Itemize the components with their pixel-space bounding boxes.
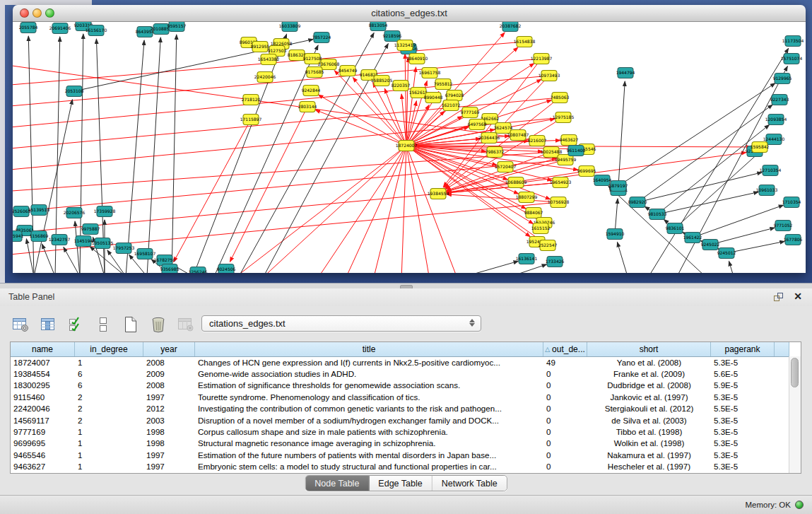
graph-node[interactable]: 12710354 — [760, 165, 782, 176]
graph-node[interactable]: 9245012 — [717, 248, 736, 259]
graph-edge[interactable] — [407, 150, 430, 273]
graph-node[interactable]: 10807487 — [507, 130, 529, 141]
graph-edge[interactable] — [405, 54, 406, 141]
network-select-dropdown[interactable]: citations_edges.txt — [201, 315, 481, 332]
graph-node[interactable]: 16961758 — [419, 68, 441, 78]
graph-node[interactable]: 12093854 — [765, 115, 787, 125]
graph-node[interactable]: 15885205 — [371, 76, 393, 86]
graph-node[interactable]: 16543382 — [258, 54, 280, 65]
graph-node[interactable]: 2803144 — [298, 102, 317, 112]
float-panel-icon[interactable] — [773, 292, 784, 302]
graph-edge[interactable] — [618, 81, 625, 182]
graph-node[interactable]: 9810533 — [648, 209, 667, 220]
graph-node[interactable]: 12342757 — [49, 235, 71, 245]
graph-node[interactable]: 9245022 — [701, 240, 720, 250]
graph-node[interactable]: 9356985 — [160, 264, 180, 274]
graph-node[interactable]: 17957253 — [113, 243, 135, 254]
graph-node[interactable]: 17115897 — [240, 115, 262, 125]
graph-edge[interactable] — [500, 264, 547, 273]
trash-icon[interactable] — [149, 315, 167, 334]
paired-cells-icon[interactable] — [94, 315, 112, 334]
graph-node[interactable]: 20206576 — [64, 208, 86, 218]
graph-node[interactable]: 18807299 — [516, 192, 538, 203]
graph-node[interactable]: 2718120 — [242, 95, 261, 105]
graph-edge[interactable] — [615, 199, 618, 230]
table-row[interactable]: 946554611997Estimation of the future num… — [11, 449, 789, 460]
column-chooser-icon[interactable] — [39, 315, 57, 334]
graph-node[interactable]: 1145194 — [74, 236, 93, 247]
graph-edge[interactable] — [230, 110, 305, 262]
table-row[interactable]: 977716911998Corpus callosum shape and si… — [11, 426, 789, 437]
graph-edge[interactable] — [193, 34, 287, 273]
graph-edge[interactable] — [406, 57, 408, 141]
network-graph-canvas[interactable]: 1872400720557842069140692033181615617086… — [13, 22, 806, 273]
graph-node[interactable]: 9777169 — [461, 107, 480, 118]
graph-node[interactable]: 15720407 — [495, 162, 517, 173]
table-row[interactable]: 911546021997Tourette syndrome. Phenomeno… — [11, 391, 789, 402]
graph-node[interactable]: 9024506 — [217, 264, 236, 274]
graph-edge[interactable] — [731, 241, 784, 252]
graph-node[interactable]: 8220357 — [392, 81, 411, 91]
graph-node[interactable]: 16154838 — [514, 37, 536, 47]
graph-node[interactable]: 13505135 — [92, 238, 114, 249]
graph-node[interactable]: 18724007 — [396, 141, 418, 151]
tab-node-table[interactable]: Node Table — [305, 476, 369, 491]
graph-node[interactable]: 18640910 — [406, 54, 428, 64]
graph-node[interactable]: 8990448 — [424, 93, 443, 103]
graph-node[interactable]: 12213987 — [531, 54, 553, 64]
graph-node[interactable]: 7857224 — [312, 33, 331, 43]
graph-edge[interactable] — [617, 242, 628, 273]
graph-node[interactable]: 1156869 — [30, 231, 49, 242]
graph-edge[interactable] — [465, 261, 518, 273]
scrollbar-thumb[interactable] — [791, 358, 799, 387]
graph-node[interactable]: 11173504 — [782, 36, 804, 47]
graph-edge[interactable] — [75, 221, 80, 273]
graph-node[interactable]: 1256246 — [189, 267, 208, 274]
graph-node[interactable]: 9463627 — [560, 135, 579, 146]
graph-node[interactable]: 16033809 — [279, 22, 301, 32]
table-row[interactable]: 946362711997Embryonic stem cells: a mode… — [11, 461, 789, 472]
table-row[interactable]: 1830029562008Estimation of significance … — [11, 380, 789, 391]
graph-edge[interactable] — [678, 145, 767, 226]
column-header-pagerank[interactable]: pagerank — [711, 342, 775, 356]
graph-node[interactable]: 1710354 — [782, 197, 801, 208]
graph-node[interactable]: 2522547 — [539, 240, 558, 251]
column-header-year[interactable]: year — [143, 342, 195, 356]
tab-edge-table[interactable]: Edge Table — [369, 476, 432, 491]
graph-edge[interactable] — [649, 48, 789, 273]
graph-node[interactable]: 3915941 — [13, 231, 24, 242]
graph-node[interactable]: 9175685 — [305, 67, 324, 78]
graph-node[interactable]: 20691406 — [49, 23, 71, 34]
table-row[interactable]: 1872400712008Changes of HCN gene express… — [11, 356, 789, 368]
citation-graph[interactable]: 1872400720557842069140692033181615617086… — [13, 22, 806, 273]
column-header-name[interactable]: name — [11, 342, 75, 356]
graph-node[interactable]: 2053108 — [65, 86, 84, 97]
graph-node[interactable]: 8813054 — [369, 22, 388, 31]
graph-node[interactable]: 10756928 — [548, 197, 570, 208]
column-header-in_degree[interactable]: in_degree — [75, 342, 143, 356]
graph-node[interactable]: 2055784 — [19, 23, 38, 33]
graph-node[interactable]: 22420046 — [254, 72, 276, 83]
graph-node[interactable]: 20387682 — [500, 22, 522, 32]
graph-node[interactable]: 9771052 — [774, 221, 793, 231]
graph-node[interactable]: 6216007 — [528, 136, 547, 146]
graph-node[interactable]: 8912955 — [251, 42, 270, 52]
graph-node[interactable]: 6879197 — [609, 181, 628, 192]
graph-node[interactable]: 9129965 — [773, 74, 792, 84]
graph-edge[interactable] — [697, 205, 784, 236]
graph-edge[interactable] — [729, 261, 734, 273]
graph-edge[interactable] — [714, 228, 775, 243]
network-window-titlebar[interactable]: citations_edges.txt — [13, 5, 806, 22]
graph-node[interactable]: 10961033 — [756, 185, 778, 196]
graph-node[interactable]: 16136141 — [516, 254, 538, 264]
graph-node[interactable]: 17359928 — [94, 206, 116, 217]
table-row[interactable]: 1456911722003Disruption of a novel membe… — [11, 414, 789, 426]
graph-node[interactable]: 19654923 — [550, 177, 572, 188]
graph-node[interactable]: 9975887 — [81, 224, 100, 235]
graph-node[interactable]: 9699695 — [577, 166, 596, 177]
select-rows-icon[interactable] — [66, 315, 85, 334]
column-header-title[interactable]: title — [195, 342, 543, 356]
graph-node[interactable]: 1621072 — [442, 100, 461, 111]
graph-node[interactable]: 16958107 — [134, 249, 156, 259]
table-row[interactable]: 2242004622012Investigating the contribut… — [11, 403, 789, 414]
